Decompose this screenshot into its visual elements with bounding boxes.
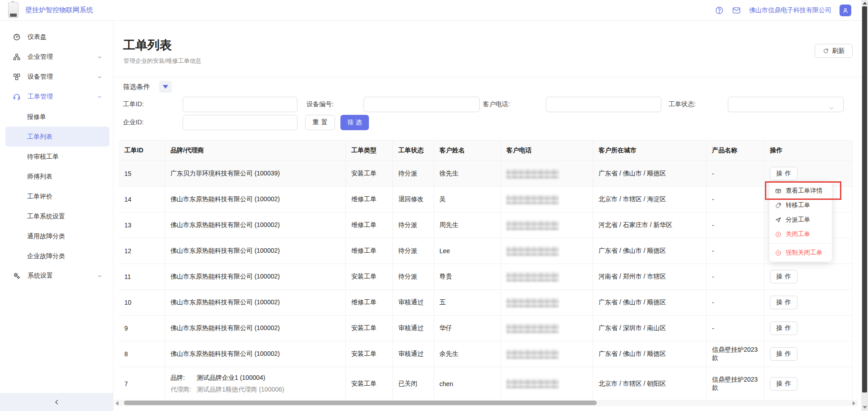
cell-customer-phone [501, 161, 593, 187]
col-order-type: 工单类型 [346, 140, 393, 161]
order-status-select[interactable] [728, 97, 844, 112]
scroll-down-arrow-icon[interactable] [863, 406, 867, 409]
col-brand: 品牌/代理商 [165, 140, 346, 161]
close-order-icon [775, 231, 782, 238]
order-id-input[interactable] [183, 97, 297, 112]
cell-order-id: 13 [119, 213, 165, 238]
menu-item-label: 转移工单 [786, 201, 810, 209]
sidebar-item-label: 设备管理 [28, 73, 96, 81]
reset-button[interactable]: 重置 [305, 115, 335, 130]
menu-item-label: 强制关闭工单 [786, 249, 822, 257]
sidebar-item-order-system-settings[interactable]: 工单系统设置 [0, 206, 113, 226]
company-name[interactable]: 佛山市信鼎电子科技有限公司 [749, 6, 831, 14]
work-order-table: 工单ID 品牌/代理商 工单类型 工单状态 客户姓名 客户电话 客户所在城市 产… [119, 140, 853, 401]
enterprise-icon [13, 53, 21, 61]
sidebar-item-system-settings[interactable]: 系统设置 [0, 266, 113, 286]
sidebar-menu: 仪表盘企业管理设备管理工单管理报修单工单列表待审核工单师傅列表工单评价工单系统设… [0, 21, 113, 286]
chevron-down-icon [96, 54, 103, 61]
scroll-left-arrow-icon[interactable] [116, 401, 118, 406]
sidebar-item-label: 企业管理 [28, 53, 96, 61]
cell-customer-phone [501, 341, 593, 367]
refresh-button[interactable]: 刷新 [815, 44, 853, 58]
menu-item-close-order[interactable]: 关闭工单 [769, 227, 832, 241]
row-action-button[interactable]: 操作 [770, 347, 797, 361]
scroll-right-arrow-icon[interactable] [853, 401, 855, 406]
sidebar-item-enterprise-fault-category[interactable]: 企业故障分类 [0, 246, 113, 266]
sidebar-item-order-review[interactable]: 工单评价 [0, 186, 113, 206]
row-action-button[interactable]: 操作 [770, 377, 797, 391]
mail-icon[interactable] [732, 6, 741, 15]
cell-customer-name: Lee [434, 238, 501, 264]
row-action-button[interactable]: 操作 [770, 296, 797, 309]
customer-phone-redacted [506, 324, 559, 333]
row-action-button[interactable]: 操作 [770, 167, 797, 180]
device-no-input[interactable] [363, 97, 480, 112]
order-id-label: 工单ID: [123, 100, 144, 109]
system-settings-icon [13, 272, 21, 280]
chevron-down-icon [96, 74, 103, 80]
mail-icon [732, 6, 741, 15]
dispatch-order-icon [775, 217, 782, 223]
cell-order-status: 审核通过 [393, 316, 434, 341]
vertical-scrollbar[interactable] [861, 0, 868, 411]
horizontal-scrollbar-thumb[interactable] [124, 401, 597, 405]
horizontal-scrollbar[interactable] [114, 400, 858, 406]
menu-item-dispatch-order[interactable]: 分派工单 [769, 213, 832, 227]
sidebar-item-common-fault-category[interactable]: 通用故障分类 [0, 226, 113, 246]
brand-line: 品牌:测试品牌企业1 (100004) [170, 374, 265, 382]
workorder-icon [13, 93, 21, 101]
company-id-input[interactable] [183, 115, 297, 130]
customer-phone-redacted [506, 272, 559, 282]
sidebar-item-device[interactable]: 设备管理 [0, 67, 113, 87]
scroll-up-arrow-icon[interactable] [863, 2, 867, 5]
cell-order-id: 14 [119, 187, 165, 213]
cell-customer-name: 余先生 [434, 341, 501, 367]
menu-item-force-close-order[interactable]: 强制关闭工单 [769, 246, 832, 260]
sidebar-item-order-list[interactable]: 工单列表 [5, 127, 109, 146]
vertical-scrollbar-thumb[interactable] [862, 6, 867, 392]
sidebar-item-label: 仪表盘 [28, 33, 103, 41]
top-header: 壁挂炉智控物联网系统 佛山市信鼎电子科技有限公司 [0, 0, 861, 21]
cell-order-id: 11 [119, 264, 165, 290]
col-product: 产品名称 [707, 140, 764, 161]
col-order-id: 工单ID [119, 140, 165, 161]
cell-customer-phone [501, 316, 593, 341]
cell-order-id: 9 [119, 316, 165, 341]
cell-customer-name: 徐先生 [434, 161, 501, 187]
user-avatar-button[interactable] [840, 5, 851, 16]
filter-collapse-button[interactable] [159, 81, 172, 93]
cell-order-type: 安装工单 [346, 367, 393, 401]
col-customer-phone: 客户电话 [501, 140, 593, 161]
table-row: 8佛山市东原热能科技有限公司 (100002)安装工单审核通过余先生广东省 / … [119, 341, 853, 367]
sidebar-item-workorder[interactable]: 工单管理 [0, 87, 113, 107]
brand: 壁挂炉智控物联网系统 [8, 2, 93, 18]
main-content: 工单列表 管理企业的安装/维修工单信息 刷新 筛选条件 工单ID: 设备编号: … [113, 21, 868, 411]
cell-order-status: 已关闭 [393, 367, 434, 401]
customer-phone-input[interactable] [546, 97, 661, 112]
sidebar-item-master-list[interactable]: 师傅列表 [0, 166, 113, 186]
brand-value: 测试品牌企业1 (100004) [197, 374, 265, 382]
menu-item-transfer-order[interactable]: 转移工单 [769, 198, 832, 213]
help-icon[interactable] [715, 6, 724, 15]
caret-down-icon [163, 85, 168, 89]
table-row: 13佛山市东原热能科技有限公司 (100002)维修工单待分派周先生河北省 / … [119, 213, 853, 238]
customer-phone-redacted [506, 379, 559, 388]
cell-city: 北京市 / 市辖区 / 海淀区 [593, 187, 707, 213]
cell-action: 操作 [764, 316, 853, 341]
cell-order-status: 待分派 [393, 238, 434, 264]
cell-order-type: 维修工单 [346, 213, 393, 238]
sidebar: 仪表盘企业管理设备管理工单管理报修单工单列表待审核工单师傅列表工单评价工单系统设… [0, 21, 113, 411]
company-id-label: 企业ID: [123, 118, 144, 127]
row-action-button[interactable]: 操作 [770, 270, 797, 283]
sidebar-item-dashboard[interactable]: 仪表盘 [0, 27, 113, 47]
cell-order-status: 待分派 [393, 213, 434, 238]
sidebar-item-pending-review-orders[interactable]: 待审核工单 [0, 146, 113, 166]
row-action-button[interactable]: 操作 [770, 321, 797, 335]
cell-customer-name: 尊贵 [434, 264, 501, 290]
sidebar-collapse-button[interactable] [0, 393, 113, 411]
sidebar-item-repair-order[interactable]: 报修单 [0, 107, 113, 127]
cell-brand: 佛山市东原热能科技有限公司 (100002) [165, 290, 346, 316]
chevron-down-icon [96, 273, 103, 279]
sidebar-item-enterprise[interactable]: 企业管理 [0, 47, 113, 67]
filter-button[interactable]: 筛选 [340, 115, 369, 130]
